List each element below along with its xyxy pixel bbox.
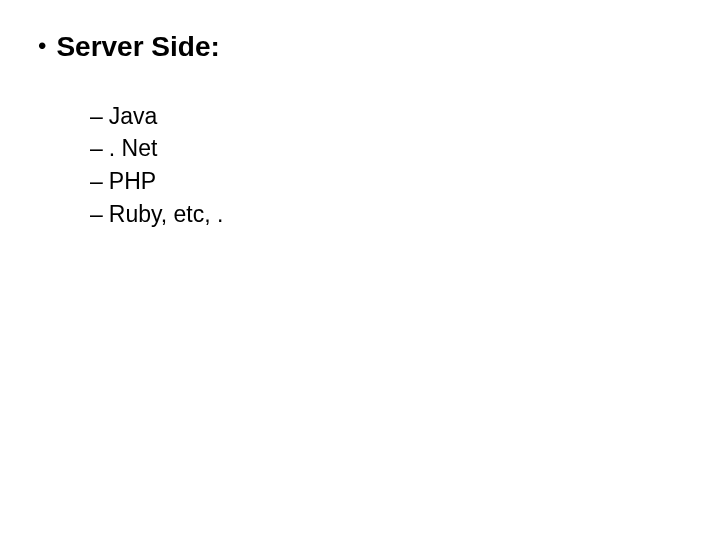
bullet-icon: •: [38, 32, 46, 61]
main-title: Server Side:: [56, 30, 219, 64]
sub-item-label: Java: [109, 102, 158, 131]
list-item: – PHP: [90, 167, 720, 196]
list-item: – Java: [90, 102, 720, 131]
list-item: – . Net: [90, 134, 720, 163]
dash-icon: –: [90, 134, 103, 163]
sub-list: – Java – . Net – PHP – Ruby, etc, .: [90, 102, 720, 229]
dash-icon: –: [90, 200, 103, 229]
list-item: – Ruby, etc, .: [90, 200, 720, 229]
main-bullet-item: • Server Side:: [38, 30, 720, 64]
sub-item-label: . Net: [109, 134, 158, 163]
sub-item-label: Ruby, etc, .: [109, 200, 224, 229]
sub-item-label: PHP: [109, 167, 156, 196]
dash-icon: –: [90, 102, 103, 131]
dash-icon: –: [90, 167, 103, 196]
